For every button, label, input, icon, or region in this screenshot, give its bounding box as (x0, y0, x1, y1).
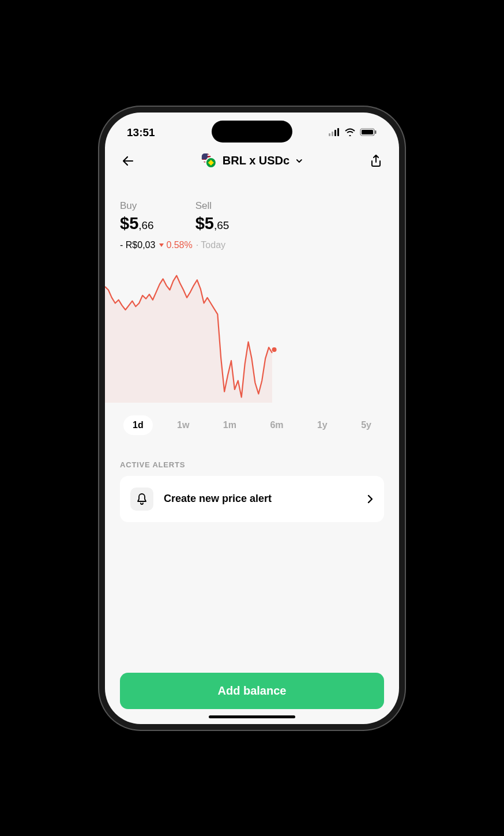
pair-label: BRL x USDc (223, 154, 289, 167)
wifi-icon (344, 126, 356, 139)
nav-bar: BRL x USDc (105, 145, 399, 177)
svg-rect-2 (334, 130, 336, 136)
price-chart[interactable] (105, 270, 399, 403)
change-percent: 0.58% (159, 240, 192, 250)
chevron-right-icon (367, 494, 374, 504)
share-icon (370, 154, 382, 168)
phone-frame: 13:51 (99, 107, 405, 730)
svg-point-7 (272, 347, 277, 352)
range-selector: 1d1w1m6m1y5y (120, 415, 384, 435)
chevron-down-icon (295, 157, 303, 165)
change-row: - R$0,03 0.58% · Today (120, 240, 384, 250)
add-balance-button[interactable]: Add balance (120, 673, 384, 709)
sell-price: Sell $5,65 (195, 200, 230, 233)
create-alert-button[interactable]: Create new price alert (120, 476, 384, 522)
flag-br-icon (205, 157, 217, 168)
currency-pair-selector[interactable]: BRL x USDc (201, 154, 303, 167)
alerts-section: ACTIVE ALERTS Create new price alert (120, 460, 384, 522)
svg-rect-0 (329, 133, 330, 136)
range-tab-1d[interactable]: 1d (123, 415, 153, 435)
phone-screen: 13:51 (105, 113, 399, 724)
arrow-left-icon (121, 154, 135, 168)
sell-label: Sell (195, 200, 230, 212)
dynamic-island (212, 121, 292, 143)
range-tab-5y[interactable]: 5y (352, 415, 381, 435)
range-tab-1y[interactable]: 1y (308, 415, 337, 435)
bell-icon (136, 493, 148, 505)
svg-rect-1 (332, 132, 333, 136)
svg-rect-5 (362, 130, 373, 134)
cellular-icon (329, 126, 340, 139)
battery-icon (360, 126, 377, 139)
alerts-heading: ACTIVE ALERTS (120, 460, 384, 469)
change-period: Today (201, 240, 225, 250)
buy-price: Buy $5,66 (120, 200, 154, 233)
price-block: Buy $5,66 Sell $5,65 (120, 200, 384, 233)
create-alert-label: Create new price alert (164, 493, 356, 505)
back-button[interactable] (116, 149, 140, 173)
share-button[interactable] (364, 149, 388, 173)
triangle-down-icon (159, 242, 164, 248)
svg-rect-6 (375, 130, 377, 134)
range-tab-1w[interactable]: 1w (168, 415, 198, 435)
range-tab-1m[interactable]: 1m (214, 415, 246, 435)
change-delta: - R$0,03 (120, 240, 155, 250)
range-tab-6m[interactable]: 6m (261, 415, 292, 435)
status-time: 13:51 (127, 126, 155, 139)
buy-label: Buy (120, 200, 154, 212)
home-indicator[interactable] (209, 715, 295, 718)
svg-rect-3 (337, 128, 339, 136)
